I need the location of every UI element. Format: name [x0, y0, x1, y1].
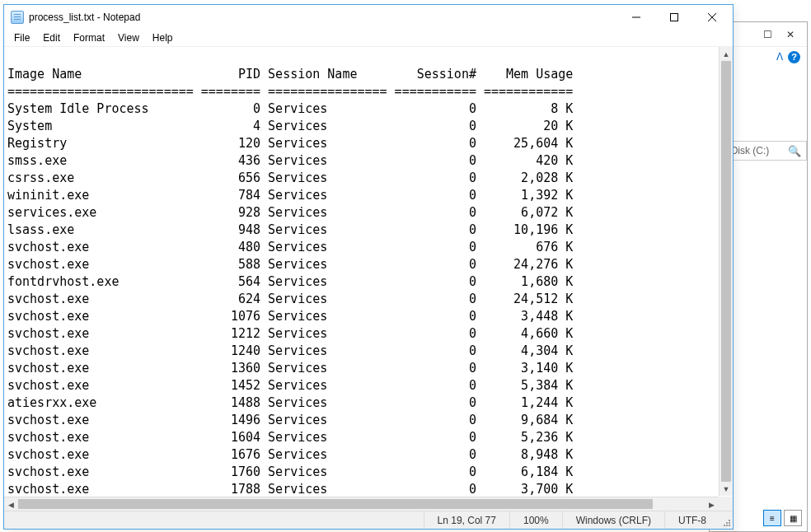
horizontal-scrollbar[interactable]: ◀ ▶: [4, 497, 719, 511]
scroll-down-icon[interactable]: ▼: [720, 482, 733, 496]
vertical-scrollbar[interactable]: ▲ ▼: [719, 47, 733, 496]
menu-bar: File Edit Format View Help: [4, 30, 733, 46]
minimize-icon: [632, 13, 640, 21]
editor-area: Image Name PID Session Name Session# Mem…: [4, 46, 733, 511]
menu-file[interactable]: File: [9, 30, 35, 45]
explorer-view-buttons: ≡ ▦: [763, 510, 802, 526]
scrollbar-corner: [719, 497, 733, 511]
status-cursor-pos: Ln 19, Col 77: [424, 511, 509, 529]
close-icon: [708, 13, 716, 21]
maximize-icon: [670, 13, 678, 21]
vertical-scroll-thumb[interactable]: [721, 61, 731, 482]
svg-rect-1: [671, 14, 678, 21]
help-icon[interactable]: ?: [788, 51, 800, 63]
titlebar-left: process_list.txt - Notepad: [11, 11, 140, 24]
text-content[interactable]: Image Name PID Session Name Session# Mem…: [4, 47, 718, 496]
status-encoding: UTF-8: [664, 511, 720, 529]
notepad-icon: [11, 11, 24, 24]
status-line-ending: Windows (CRLF): [562, 511, 664, 529]
explorer-close-icon[interactable]: ✕: [785, 30, 795, 40]
status-bar: Ln 19, Col 77 100% Windows (CRLF) UTF-8: [4, 511, 733, 529]
scroll-left-icon[interactable]: ◀: [4, 497, 18, 511]
scroll-right-icon[interactable]: ▶: [705, 497, 719, 511]
window-controls: [617, 5, 731, 30]
scroll-up-icon[interactable]: ▲: [720, 47, 733, 61]
status-zoom: 100%: [509, 511, 562, 529]
maximize-button[interactable]: [655, 5, 693, 30]
notepad-titlebar[interactable]: process_list.txt - Notepad: [4, 5, 733, 30]
search-icon[interactable]: 🔍: [788, 145, 801, 157]
resize-grip[interactable]: [720, 511, 733, 529]
close-button[interactable]: [693, 5, 731, 30]
view-large-icons-button[interactable]: ▦: [784, 510, 802, 526]
horizontal-scroll-thumb[interactable]: [18, 499, 653, 509]
minimize-button[interactable]: [617, 5, 655, 30]
window-title: process_list.txt - Notepad: [29, 12, 140, 23]
view-details-button[interactable]: ≡: [763, 510, 781, 526]
menu-view[interactable]: View: [113, 30, 144, 45]
ribbon-collapse-icon[interactable]: ᐱ: [776, 51, 783, 63]
grip-icon: [723, 519, 731, 527]
explorer-maximize-icon[interactable]: ☐: [762, 30, 772, 40]
menu-format[interactable]: Format: [68, 30, 110, 45]
menu-edit[interactable]: Edit: [38, 30, 65, 45]
menu-help[interactable]: Help: [148, 30, 178, 45]
notepad-window: process_list.txt - Notepad File Edit For…: [3, 4, 734, 530]
